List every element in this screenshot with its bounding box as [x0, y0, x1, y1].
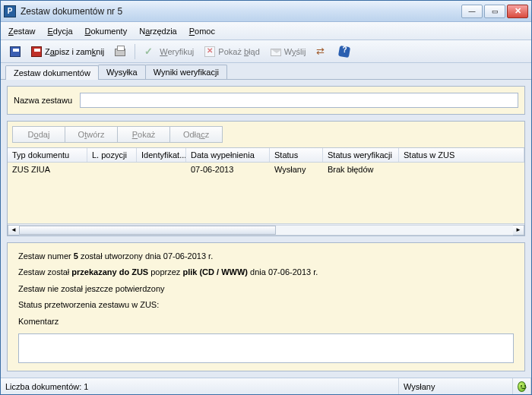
documents-table-panel: Dodaj Otwórz Pokaż Odłącz Typ dokumentu …	[7, 121, 525, 236]
set-name-panel: Nazwa zestawu	[7, 86, 525, 115]
envelope-icon	[271, 49, 281, 56]
titlebar: P Zestaw dokumentów nr 5 — ▭ ✕	[1, 1, 531, 22]
set-name-label: Nazwa zestawu	[14, 96, 72, 105]
window-title: Zestaw dokumentów nr 5	[21, 6, 461, 17]
set-name-input[interactable]	[80, 93, 518, 108]
disk-icon	[10, 46, 21, 57]
menubar: Zestaw Edycja Dokumenty Narzędzia Pomoc	[1, 22, 531, 40]
tab-documents-set[interactable]: Zestaw dokumentów	[5, 65, 99, 80]
comment-textarea[interactable]	[18, 333, 514, 363]
cell-zus	[399, 169, 524, 170]
cell-verify: Brak błędów	[323, 164, 399, 175]
transfer-button[interactable]: ⇄	[312, 43, 333, 60]
cell-lp	[87, 169, 137, 170]
comment-label: Komentarz	[18, 316, 514, 327]
show-error-button: Pokaż błąd	[200, 43, 264, 60]
app-window: P Zestaw dokumentów nr 5 — ▭ ✕ Zestaw Ed…	[0, 0, 532, 395]
save-button[interactable]	[5, 43, 25, 60]
col-verify-status[interactable]: Status weryfikacji	[323, 148, 399, 162]
info-line-zus-status: Status przetworzenia zestawu w ZUS:	[18, 299, 514, 311]
table-row[interactable]: ZUS ZIUA 07-06-2013 Wysłany Brak błędów	[8, 163, 524, 176]
scroll-right-button[interactable]: ►	[512, 225, 524, 235]
menu-dokumenty[interactable]: Dokumenty	[85, 27, 128, 36]
send-button: Wyślij	[266, 43, 311, 60]
cell-status: Wysłany	[270, 164, 323, 175]
scroll-track[interactable]	[19, 225, 513, 235]
maximize-button[interactable]: ▭	[484, 5, 505, 18]
detach-button: Odłącz	[169, 126, 223, 143]
check-icon: ✓	[144, 46, 157, 58]
status-indicator	[513, 378, 531, 394]
col-type[interactable]: Typ dokumentu	[8, 148, 87, 162]
cell-date: 07-06-2013	[186, 164, 270, 175]
col-position-count[interactable]: L. pozycji	[87, 148, 137, 162]
menu-edycja[interactable]: Edycja	[47, 27, 72, 36]
print-button[interactable]	[110, 43, 130, 60]
cell-type: ZUS ZIUA	[8, 164, 87, 175]
toolbar-separator	[135, 44, 135, 59]
smile-icon	[518, 381, 526, 392]
close-button[interactable]: ✕	[507, 5, 528, 18]
minimize-button[interactable]: —	[461, 5, 483, 18]
client-area: Nazwa zestawu Dodaj Otwórz Pokaż Odłącz …	[1, 80, 531, 378]
col-zus-status[interactable]: Status w ZUS	[399, 148, 524, 162]
save-close-icon	[31, 46, 42, 57]
menu-zestaw[interactable]: Zestaw	[8, 27, 35, 36]
print-icon	[115, 49, 125, 56]
status-state: Wysłany	[399, 378, 513, 394]
open-button: Otwórz	[65, 126, 118, 143]
scroll-thumb[interactable]	[19, 226, 276, 235]
toolbar: Zapisz i zamknij ✓ Weryfikuj Pokaż błąd …	[1, 40, 531, 63]
info-line-transferred: Zestaw został przekazany do ZUS poprzez …	[18, 267, 514, 278]
add-button: Dodaj	[12, 126, 65, 143]
menu-narzedzia[interactable]: Narzędzia	[139, 27, 177, 36]
tabbar: Zestaw dokumentów Wysyłka Wyniki weryfik…	[1, 63, 531, 80]
col-status[interactable]: Status	[270, 148, 323, 162]
show-button: Pokaż	[117, 126, 170, 143]
verify-button: ✓ Weryfikuj	[140, 43, 198, 60]
scroll-left-button[interactable]: ◄	[8, 225, 20, 235]
error-icon	[204, 46, 215, 57]
col-identifier[interactable]: Identyfikat...	[137, 148, 186, 162]
cell-id	[137, 169, 186, 170]
col-fill-date[interactable]: Data wypełnienia	[186, 148, 270, 162]
documents-grid: Typ dokumentu L. pozycji Identyfikat... …	[8, 147, 524, 235]
statusbar: Liczba dokumentów: 1 Wysłany	[1, 378, 531, 394]
app-icon: P	[4, 5, 16, 17]
info-line-not-confirmed: Zestaw nie został jeszcze potwierdzony	[18, 283, 514, 295]
help-button[interactable]	[334, 43, 354, 60]
help-icon	[338, 45, 350, 57]
horizontal-scrollbar[interactable]: ◄ ►	[8, 223, 524, 235]
save-and-close-button[interactable]: Zapisz i zamknij	[27, 43, 109, 60]
menu-pomoc[interactable]: Pomoc	[189, 27, 215, 36]
info-panel: Zestaw numer 5 został utworzony dnia 07-…	[7, 242, 525, 371]
tab-dispatch[interactable]: Wysyłka	[98, 65, 146, 79]
transfer-icon: ⇄	[316, 46, 328, 58]
tab-verification-results[interactable]: Wyniki weryfikacji	[145, 65, 227, 79]
info-line-created: Zestaw numer 5 został utworzony dnia 07-…	[18, 251, 514, 262]
status-doc-count: Liczba dokumentów: 1	[1, 378, 399, 394]
